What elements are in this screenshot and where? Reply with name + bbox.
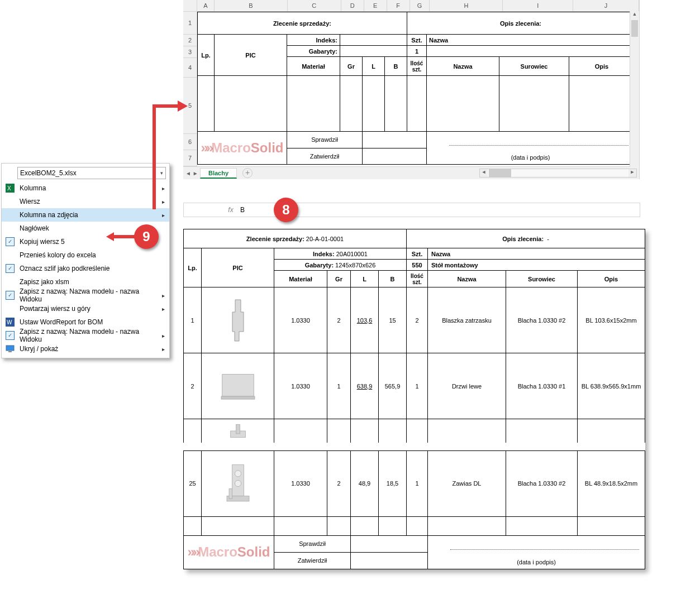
menu-item[interactable]: WUstaw WordReport for BOM	[2, 315, 169, 329]
cell[interactable]: 18,5	[379, 450, 407, 516]
cell[interactable]: Blaszka zatrzasku	[428, 287, 506, 353]
cell[interactable]: 638,9	[351, 353, 379, 419]
cell[interactable]	[327, 419, 351, 443]
col-header[interactable]: D	[341, 0, 364, 11]
cell[interactable]	[274, 419, 327, 443]
cell[interactable]: Szt.	[407, 248, 428, 260]
menu-item[interactable]: ✓Zapisz z nazwą: Nazwa modelu - nazwa Wi…	[2, 289, 169, 302]
cell[interactable]: 565,9	[379, 353, 407, 419]
cell[interactable]: Zatwierdził	[274, 552, 351, 569]
cell[interactable]: BL 48.9x18.5x2mm	[578, 450, 645, 516]
cell[interactable]: Materiał	[274, 271, 327, 287]
menu-item[interactable]: ✓Zapisz z nazwą: Nazwa modelu - nazwa Wi…	[2, 329, 169, 342]
horizontal-scrollbar[interactable]: ◄►	[479, 169, 637, 178]
cell[interactable]: Nazwa	[428, 248, 645, 260]
cell[interactable]: Zlecenie sprzedaży: 20-A-01-0001	[184, 229, 407, 248]
cell-b[interactable]: B	[385, 57, 407, 76]
cell[interactable]	[351, 516, 379, 535]
col-header[interactable]: F	[387, 0, 410, 11]
cell[interactable]	[184, 516, 202, 535]
cell[interactable]: Blacha 1.0330 #2	[506, 450, 578, 516]
vertical-scrollbar[interactable]: ▲	[630, 11, 639, 167]
cell-szt-label[interactable]: Szt.	[407, 35, 427, 46]
cell[interactable]	[351, 419, 379, 443]
cell[interactable]: Opis zlecenia: -	[407, 229, 645, 248]
cell[interactable]: Nazwa	[428, 271, 506, 287]
col-header[interactable]: J	[573, 0, 639, 11]
cell[interactable]: 2	[184, 353, 202, 419]
cell[interactable]	[351, 535, 428, 552]
cell[interactable]: 1.0330	[274, 353, 327, 419]
part-thumbnail[interactable]	[202, 353, 274, 419]
cell[interactable]: 2	[327, 450, 351, 516]
cell-lp[interactable]: Lp.	[198, 35, 215, 76]
row-header[interactable]: 2	[183, 35, 197, 46]
cell[interactable]	[578, 516, 645, 535]
cell[interactable]: Stół montażowy	[428, 260, 645, 271]
col-header[interactable]: C	[288, 0, 341, 11]
cell[interactable]	[327, 516, 351, 535]
cell-pic[interactable]: PIC	[215, 35, 287, 76]
menu-item[interactable]: Przenieś kolory do excela	[2, 248, 169, 262]
cell[interactable]: Lp.	[184, 248, 202, 287]
cell[interactable]: 1.0330	[274, 450, 327, 516]
cell[interactable]: Indeks: 20A010001	[274, 248, 407, 260]
cell[interactable]: 15	[379, 287, 407, 353]
cell-surowiec[interactable]: Surowiec	[499, 57, 569, 76]
cell-gr[interactable]: Gr	[340, 57, 363, 76]
cell-empty[interactable]	[407, 76, 427, 132]
cell[interactable]	[428, 419, 506, 443]
cell[interactable]: Blacha 1.0330 #2	[506, 287, 578, 353]
cell[interactable]	[407, 419, 428, 443]
cell[interactable]: 550	[407, 260, 428, 271]
col-header[interactable]: I	[503, 0, 573, 11]
menu-item[interactable]: Zapisz jako xlsm	[2, 275, 169, 289]
cell[interactable]: L	[351, 271, 379, 287]
cell-zlecenie-label[interactable]: Zlecenie sprzedaży:	[198, 12, 407, 35]
cell-nazwa-val[interactable]	[427, 46, 635, 57]
cell[interactable]	[407, 516, 428, 535]
cell-empty[interactable]	[215, 76, 287, 132]
cell-sprawdzil[interactable]: Sprawdził	[287, 132, 363, 148]
cell[interactable]: 2	[327, 287, 351, 353]
cell[interactable]: BL 638.9x565.9x1mm	[578, 353, 645, 419]
cell[interactable]	[184, 419, 202, 443]
cell[interactable]	[379, 516, 407, 535]
cell-sprawdzil-val[interactable]	[363, 132, 427, 148]
part-thumbnail[interactable]	[202, 287, 274, 353]
cell[interactable]	[428, 516, 506, 535]
cell[interactable]	[506, 419, 578, 443]
cell-empty[interactable]	[385, 76, 407, 132]
cell[interactable]: 1	[327, 353, 351, 419]
cell-indeks-label[interactable]: Indeks:	[287, 35, 340, 46]
cell-zatwierdzil[interactable]: Zatwierdził	[287, 148, 363, 165]
cell-szt-one[interactable]: 1	[407, 46, 427, 57]
cell[interactable]: 25	[184, 450, 202, 516]
cell[interactable]: Opis	[578, 271, 645, 287]
cell-gabaryty-val[interactable]	[340, 46, 407, 57]
cell[interactable]: 1	[184, 287, 202, 353]
part-thumbnail[interactable]	[202, 450, 274, 516]
cell[interactable]: Zawias DL	[428, 450, 506, 516]
cell-signature[interactable]: (data i podpis)	[427, 132, 635, 165]
cell[interactable]: Ilość szt.	[407, 271, 428, 287]
row-header[interactable]: 4	[183, 58, 197, 78]
cell[interactable]	[202, 516, 274, 535]
cell[interactable]: 1.0330	[274, 287, 327, 353]
sheet-tab-blachy[interactable]: Blachy	[200, 168, 237, 179]
fx-icon[interactable]: fx	[225, 206, 237, 214]
part-thumbnail[interactable]	[202, 419, 274, 443]
cell-l[interactable]: L	[363, 57, 385, 76]
cell-empty[interactable]	[569, 76, 635, 132]
cell[interactable]: Gr	[327, 271, 351, 287]
cell[interactable]: Surowiec	[506, 271, 578, 287]
cell[interactable]: Blacha 1.0330 #1	[506, 353, 578, 419]
col-header[interactable]: A	[197, 0, 215, 11]
cell[interactable]: Drzwi lewe	[428, 353, 506, 419]
cell-opis-zlecenia-label[interactable]: Opis zlecenia:	[407, 12, 635, 35]
cell-empty[interactable]	[363, 76, 385, 132]
cell[interactable]	[379, 419, 407, 443]
cell[interactable]: 2	[407, 287, 428, 353]
cell[interactable]: 1	[407, 450, 428, 516]
cell-empty[interactable]	[340, 76, 363, 132]
